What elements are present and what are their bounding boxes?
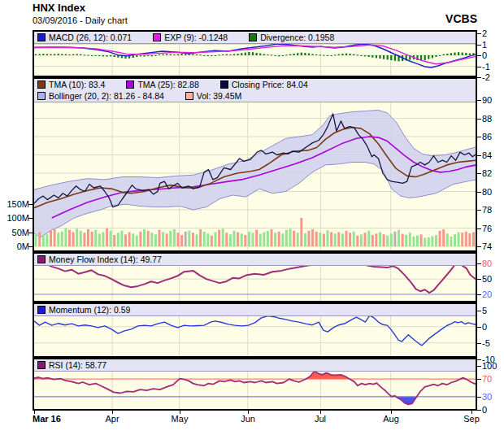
legend-swatch-icon bbox=[249, 33, 257, 41]
legend-label: Divergence: 0.1958 bbox=[260, 33, 334, 42]
y-tick-label: 30 bbox=[482, 392, 492, 402]
y-tick-label: 100 bbox=[482, 361, 497, 371]
legend-swatch-icon bbox=[37, 92, 46, 100]
legend-item: TMA (25): 82.88 bbox=[126, 80, 198, 89]
y-tickmark bbox=[477, 173, 481, 174]
y-tickmark bbox=[477, 45, 481, 46]
legend-swatch-icon bbox=[37, 33, 46, 41]
y-tickmark bbox=[477, 263, 481, 264]
legend-item: Bollinger (20, 2): 81.26 - 84.84 bbox=[37, 91, 164, 101]
momentum-panel: Momentum (12): 0.59 bbox=[33, 302, 477, 358]
legend-label: Momentum (12): 0.59 bbox=[49, 305, 130, 315]
y-tick-label: 5 bbox=[482, 306, 487, 315]
x-tick-label: May bbox=[172, 414, 189, 424]
y-tick-label: 90 bbox=[482, 95, 492, 105]
legend-swatch-icon bbox=[153, 33, 161, 41]
legend-swatch-icon bbox=[37, 361, 46, 369]
legend-item: RSI (14): 58.77 bbox=[37, 360, 106, 370]
legend-label: TMA (25): 82.88 bbox=[137, 80, 198, 89]
y-tickmark bbox=[477, 343, 481, 344]
mom-legend: Momentum (12): 0.59 bbox=[34, 304, 476, 316]
legend-item: Money Flow Index (14): 49.77 bbox=[37, 254, 162, 264]
y-tickmark bbox=[477, 294, 481, 295]
y-tick-label: 20 bbox=[482, 289, 492, 299]
rsi-legend: RSI (14): 58.77 bbox=[34, 359, 476, 372]
legend-label: RSI (14): 58.77 bbox=[49, 360, 106, 370]
y-tickmark bbox=[477, 100, 481, 101]
legend-item: EXP (9): -0.1248 bbox=[153, 33, 228, 42]
page-title: HNX Index bbox=[33, 2, 85, 14]
momentum-line bbox=[34, 315, 476, 346]
y-tickmark bbox=[477, 410, 481, 411]
legend-item: Closing Price: 84.04 bbox=[220, 80, 308, 89]
legend-label: MACD (26, 12): 0.071 bbox=[49, 33, 132, 42]
x-tick-label: Sep bbox=[463, 414, 480, 424]
legend-swatch-icon bbox=[220, 80, 228, 89]
y-tick-label: 0 bbox=[482, 322, 487, 332]
y-tick-label: 86 bbox=[482, 132, 492, 141]
macd-panel: MACD (26, 12): 0.071EXP (9): -0.1248Dive… bbox=[33, 30, 477, 77]
x-tick-label: Jun bbox=[241, 414, 255, 424]
legend-label: Vol: 39.45M bbox=[197, 91, 241, 101]
legend-label: Money Flow Index (14): 49.77 bbox=[49, 254, 162, 264]
legend-label: Bollinger (20, 2): 81.26 - 84.84 bbox=[49, 91, 164, 101]
y-tickmark bbox=[477, 67, 481, 67]
legend-label: Closing Price: 84.04 bbox=[232, 80, 308, 89]
y-tickmark bbox=[477, 228, 481, 229]
y-tickmark bbox=[477, 77, 481, 78]
rsi-panel: RSI (14): 58.77 bbox=[33, 358, 477, 411]
y-tickmark bbox=[477, 359, 481, 360]
y-tick-label: 82 bbox=[482, 168, 492, 178]
y-tickmark bbox=[477, 55, 481, 56]
main-chart bbox=[34, 79, 476, 250]
y-tickmark bbox=[477, 119, 481, 120]
legend-swatch-icon bbox=[37, 306, 46, 314]
y-tick-label: 0 bbox=[482, 405, 487, 415]
volume-tick-label: 100M bbox=[0, 213, 29, 223]
brand-logo: VCBS bbox=[445, 12, 477, 25]
legend-swatch-icon bbox=[185, 92, 193, 100]
y-tick-label: 74 bbox=[482, 241, 492, 251]
y-tick-label: 84 bbox=[482, 150, 492, 160]
y-tickmark bbox=[477, 311, 481, 311]
legend-item: Momentum (12): 0.59 bbox=[37, 305, 130, 315]
y-tickmark bbox=[477, 155, 481, 156]
legend-swatch-icon bbox=[37, 80, 46, 89]
x-tick-label: Mar 16 bbox=[33, 414, 61, 424]
volume-tick-label: 0M bbox=[0, 241, 29, 251]
y-tick-label: 76 bbox=[482, 224, 492, 233]
y-tick-label: 88 bbox=[482, 114, 492, 124]
x-tick-label: Jul bbox=[315, 414, 326, 424]
y-tick-label: 0 bbox=[482, 50, 487, 60]
y-tickmark bbox=[477, 379, 481, 380]
y-tick-label: -5 bbox=[482, 338, 490, 348]
y-tickmark bbox=[477, 279, 481, 280]
x-tick-label: Apr bbox=[105, 414, 119, 424]
volume-tick-label: 150M bbox=[0, 199, 29, 209]
mfi-legend: Money Flow Index (14): 49.77 bbox=[34, 254, 476, 266]
y-tick-label: -1 bbox=[482, 62, 490, 72]
y-tickmark bbox=[477, 192, 481, 193]
y-tickmark bbox=[477, 246, 481, 247]
legend-item: Vol: 39.45M bbox=[185, 91, 241, 101]
legend-item: MACD (26, 12): 0.071 bbox=[37, 33, 132, 42]
volume-tick-label: 50M bbox=[0, 228, 29, 237]
x-tick-label: Aug bbox=[383, 414, 399, 424]
y-tick-label: 2 bbox=[482, 28, 487, 38]
y-tickmark bbox=[477, 397, 481, 398]
y-tickmark bbox=[477, 210, 481, 211]
y-tickmark bbox=[477, 366, 481, 367]
money-flow-index-panel: Money Flow Index (14): 49.77 bbox=[33, 252, 477, 302]
legend-item: Divergence: 0.1958 bbox=[249, 33, 334, 42]
price-panel: TMA (10): 83.4TMA (25): 82.88Closing Pri… bbox=[33, 77, 477, 252]
y-tick-label: 80 bbox=[482, 259, 492, 268]
y-tick-label: 80 bbox=[482, 187, 492, 197]
y-tick-label: 78 bbox=[482, 205, 492, 215]
y-tick-label: 50 bbox=[482, 274, 492, 284]
chart-subtitle: 03/09/2016 - Daily chart bbox=[33, 15, 128, 25]
main-legend: TMA (10): 83.4TMA (25): 82.88Closing Pri… bbox=[34, 79, 476, 102]
y-tickmark bbox=[477, 33, 481, 34]
y-tickmark bbox=[477, 327, 481, 328]
legend-label: TMA (10): 83.4 bbox=[49, 80, 105, 89]
stock-chart-window: HNX Index 03/09/2016 - Daily chart VCBS … bbox=[0, 0, 504, 435]
